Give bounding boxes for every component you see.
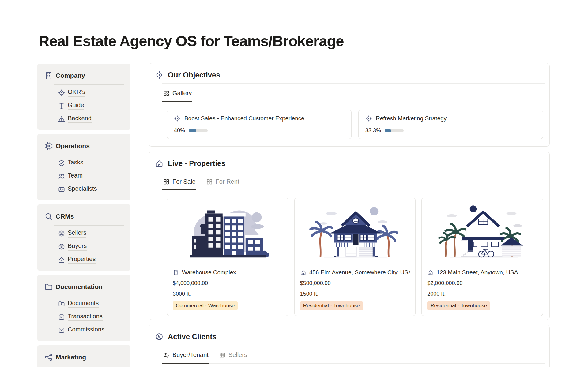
sidebar-item-sellers[interactable]: Sellers [58,229,124,238]
tab-gallery[interactable]: Gallery [162,87,192,102]
sidebar-item-label: Specialists [68,185,97,193]
property-name: 123 Main Street, Anytown, USA [436,269,518,276]
users-icon [58,173,65,180]
sidebar-section-marketing: Marketing Brand Assets [37,345,130,367]
sidebar-item-okrs[interactable]: OKR’s [58,88,124,97]
folder-icon [44,282,53,291]
property-name: 456 Elm Avenue, Somewhere City, USA [309,269,410,276]
book-open-icon [58,102,65,110]
sidebar-item-label: OKR’s [68,88,85,97]
user-circle-icon [58,243,65,250]
property-price: $4,000,000.00 [173,280,283,286]
properties-gallery: Warehouse Complex $4,000,000.00 3000 ft.… [149,190,549,320]
tab-label: Sellers [228,351,247,358]
properties-title: Live - Properties [168,159,225,168]
target-icon [58,89,65,96]
sidebar-item-team[interactable]: Team [58,172,124,180]
sidebar-item-label: Sellers [68,229,86,238]
property-size: 1500 ft. [300,291,410,297]
sidebar-item-label: Transactions [68,313,103,321]
clients-panel: Active Clients Buyer/Tenant Sellers Aa N… [149,325,550,367]
objectives-title: Our Objectives [168,71,220,79]
divider [54,155,124,155]
page-title: Real Estate Agency OS for Teams/Brokerag… [39,32,344,50]
home-icon [58,256,65,264]
objective-card[interactable]: Boost Sales - Enhanced Customer Experien… [167,110,352,139]
tab-sellers[interactable]: Sellers [218,349,248,364]
property-tag: Commercial - Warehouse [173,301,238,310]
clients-title: Active Clients [168,332,217,341]
sidebar-section-documentation: Documentation Documents Transactions Com… [37,275,130,341]
building-icon [173,269,179,275]
percent-icon [58,327,65,334]
divider [54,366,124,366]
progress-bar-fill [189,129,196,132]
sidebar: Company OKR’s Guide Backend Operations T… [37,64,130,367]
sidebar-item-label: Commissions [68,326,104,334]
user-circle-icon [155,332,164,341]
tab-label: For Rent [216,178,239,185]
person-check-icon [163,352,170,358]
objective-name: Refresh Marketing Strategy [376,115,447,122]
property-card-elm-avenue[interactable]: 456 Elm Avenue, Somewhere City, USA $500… [294,198,416,316]
property-size: 2000 ft. [427,291,537,297]
clients-tabbar: Buyer/Tenant Sellers [162,345,545,364]
share-icon [44,353,53,362]
divider [54,225,124,226]
sidebar-item-label: Guide [68,102,84,110]
objective-name: Boost Sales - Enhanced Customer Experien… [184,115,304,122]
check-circle-icon [58,159,65,167]
progress-bar-fill [385,129,391,132]
objective-card[interactable]: Refresh Marketing Strategy 33.3% [358,110,543,139]
sidebar-item-properties[interactable]: Properties [58,256,124,264]
progress-bar [189,129,208,132]
sidebar-item-specialists[interactable]: Specialists [58,185,124,193]
tab-for-rent[interactable]: For Rent [205,176,240,190]
property-card-warehouse[interactable]: Warehouse Complex $4,000,000.00 3000 ft.… [167,198,288,316]
objectives-panel: Our Objectives Gallery Boost Sales - Enh… [149,63,550,147]
property-tag: Residential - Townhouse [300,301,363,310]
folder-plus-icon [58,300,65,308]
tab-buyer-tenant[interactable]: Buyer/Tenant [162,349,209,364]
sidebar-section-title: Company [56,72,85,79]
divider [54,84,124,85]
sidebar-item-buyers[interactable]: Buyers [58,242,124,251]
home-icon [300,269,306,275]
progress-bar [385,129,404,132]
grid-icon [206,178,213,185]
progress-label: 33.3% [365,127,381,134]
sidebar-section-crms: CRMs Sellers Buyers Properties [37,204,130,271]
grid-icon [163,178,170,185]
main-content: Our Objectives Gallery Boost Sales - Enh… [149,63,550,367]
sidebar-item-label: Buyers [68,242,87,251]
sidebar-section-title: Documentation [56,283,103,290]
blue-beach-house-illustration [295,198,416,264]
grid-icon [163,90,170,97]
property-price: $2,000,000.00 [427,280,537,286]
target-icon [365,115,372,122]
divider [54,296,124,296]
property-size: 3000 ft. [173,291,283,297]
city-buildings-illustration [167,198,288,264]
table-icon [219,352,226,358]
sidebar-section-title: Operations [56,142,90,150]
property-card-main-street[interactable]: 123 Main Street, Anytown, USA $2,000,000… [421,198,543,316]
sidebar-item-label: Tasks [68,159,83,167]
tab-for-sale[interactable]: For Sale [162,176,196,190]
sidebar-item-transactions[interactable]: Transactions [58,313,124,321]
cpu-icon [44,141,53,151]
sidebar-item-commissions[interactable]: Commissions [58,326,124,334]
sidebar-item-backend[interactable]: Backend [58,115,124,123]
home-icon [427,269,433,275]
sidebar-item-label: Backend [68,115,92,123]
tab-label: Gallery [172,90,192,97]
sidebar-section-operations: Operations Tasks Team Specialists [37,134,130,200]
target-icon [155,71,164,79]
sidebar-item-guide[interactable]: Guide [58,102,124,110]
objectives-tabbar: Gallery [162,84,545,102]
tab-label: Buyer/Tenant [172,351,209,358]
progress-label: 40% [174,127,185,134]
sidebar-item-tasks[interactable]: Tasks [58,159,124,167]
sidebar-item-documents[interactable]: Documents [58,300,124,308]
sidebar-section-title: CRMs [56,213,74,220]
